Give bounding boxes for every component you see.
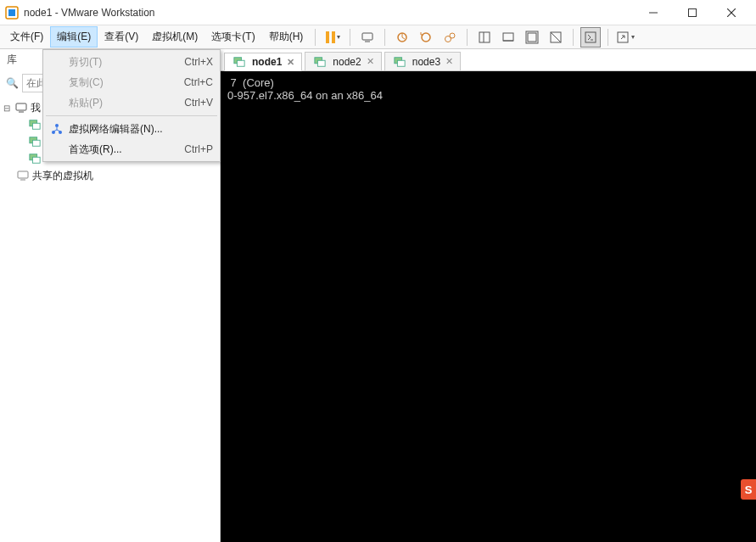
svg-rect-16 bbox=[528, 33, 536, 42]
svg-point-11 bbox=[450, 33, 455, 38]
collapse-icon[interactable]: ⊟ bbox=[2, 103, 12, 113]
tree-shared-label: 共享的虚拟机 bbox=[32, 169, 93, 183]
tab-node2[interactable]: node2 ✕ bbox=[305, 52, 381, 70]
edit-menu-dropdown: 剪切(T)Ctrl+X 复制(C)Ctrl+C 粘贴(P)Ctrl+V 虚拟网络… bbox=[42, 49, 221, 162]
tab-label: node3 bbox=[412, 56, 440, 68]
revert-button[interactable] bbox=[416, 27, 436, 47]
vm-icon bbox=[28, 152, 42, 165]
network-icon bbox=[50, 122, 64, 136]
send-ctrl-alt-del-button[interactable] bbox=[357, 27, 378, 47]
svg-rect-29 bbox=[32, 123, 40, 129]
vm-icon bbox=[313, 55, 327, 69]
svg-rect-34 bbox=[18, 171, 28, 178]
svg-rect-39 bbox=[318, 60, 326, 66]
menu-cut[interactable]: 剪切(T)Ctrl+X bbox=[45, 52, 218, 72]
tree-shared-vms[interactable]: 共享的虚拟机 bbox=[2, 167, 218, 184]
menu-file[interactable]: 文件(F) bbox=[3, 26, 50, 47]
vm-icon bbox=[232, 55, 246, 69]
menu-paste[interactable]: 粘贴(P)Ctrl+V bbox=[45, 92, 218, 113]
svg-rect-41 bbox=[397, 60, 405, 66]
tab-node1[interactable]: node1 ✕ bbox=[224, 53, 302, 71]
view-console-button[interactable] bbox=[498, 27, 518, 47]
svg-rect-26 bbox=[16, 103, 26, 110]
search-icon: 🔍 bbox=[5, 77, 19, 89]
svg-rect-14 bbox=[503, 33, 513, 41]
computer-icon bbox=[14, 101, 28, 115]
view-single-button[interactable] bbox=[474, 27, 495, 47]
vm-icon bbox=[28, 118, 42, 131]
window-title: node1 - VMware Workstation bbox=[24, 7, 155, 19]
vm-icon bbox=[393, 55, 406, 69]
maximize-button[interactable] bbox=[673, 0, 712, 25]
menu-copy[interactable]: 复制(C)Ctrl+C bbox=[45, 72, 218, 92]
tab-label: node1 bbox=[252, 56, 282, 68]
svg-rect-1 bbox=[8, 9, 15, 16]
shared-icon bbox=[16, 169, 30, 182]
stretch-button[interactable]: ▾ bbox=[615, 27, 636, 47]
enter-vm-button[interactable] bbox=[580, 27, 601, 47]
console-line: 0-957.el7.x86_64 on an x86_64 bbox=[227, 89, 383, 102]
view-unity-button[interactable] bbox=[546, 27, 566, 47]
menu-vnet-editor[interactable]: 虚拟网络编辑器(N)... bbox=[45, 119, 218, 139]
main-area: node1 ✕ node2 ✕ node3 ✕ 7 (Core) 0-957.e… bbox=[221, 49, 756, 542]
tab-bar: node1 ✕ node2 ✕ node3 ✕ bbox=[221, 49, 756, 71]
view-fullscreen-button[interactable] bbox=[522, 27, 542, 47]
svg-rect-12 bbox=[479, 32, 490, 42]
snapshot-manager-button[interactable] bbox=[440, 27, 460, 47]
console-line: 7 (Core) bbox=[227, 76, 274, 89]
snapshot-button[interactable] bbox=[392, 27, 412, 47]
minimize-button[interactable] bbox=[634, 0, 673, 25]
tab-node3[interactable]: node3 ✕ bbox=[384, 52, 461, 70]
menu-edit[interactable]: 编辑(E) bbox=[50, 26, 98, 47]
vm-console[interactable]: 7 (Core) 0-957.el7.x86_64 on an x86_64 S bbox=[221, 71, 756, 542]
menu-vm[interactable]: 虚拟机(M) bbox=[145, 26, 204, 47]
svg-rect-33 bbox=[32, 157, 40, 163]
svg-line-19 bbox=[551, 32, 561, 42]
menu-view[interactable]: 查看(V) bbox=[98, 26, 145, 47]
svg-rect-6 bbox=[362, 33, 372, 40]
menu-tabs[interactable]: 选项卡(T) bbox=[204, 26, 261, 47]
vm-icon bbox=[28, 135, 42, 148]
tab-close-icon[interactable]: ✕ bbox=[365, 56, 376, 67]
pause-button[interactable]: ▾ bbox=[322, 27, 343, 47]
tab-label: node2 bbox=[333, 56, 361, 68]
tab-close-icon[interactable]: ✕ bbox=[285, 57, 296, 68]
svg-rect-37 bbox=[237, 60, 244, 66]
tab-close-icon[interactable]: ✕ bbox=[444, 56, 455, 67]
tree-root-label: 我 bbox=[31, 101, 41, 115]
svg-point-23 bbox=[55, 124, 59, 127]
menu-preferences[interactable]: 首选项(R)...Ctrl+P bbox=[45, 139, 218, 159]
svg-rect-31 bbox=[32, 140, 40, 146]
menu-help[interactable]: 帮助(H) bbox=[262, 26, 311, 47]
menubar: 文件(F) 编辑(E) 查看(V) 虚拟机(M) 选项卡(T) 帮助(H) ▾ … bbox=[0, 25, 756, 49]
ime-indicator[interactable]: S bbox=[741, 479, 756, 500]
app-icon bbox=[5, 6, 19, 20]
close-button[interactable] bbox=[712, 0, 751, 25]
svg-rect-3 bbox=[689, 8, 697, 16]
titlebar: node1 - VMware Workstation bbox=[0, 0, 756, 25]
